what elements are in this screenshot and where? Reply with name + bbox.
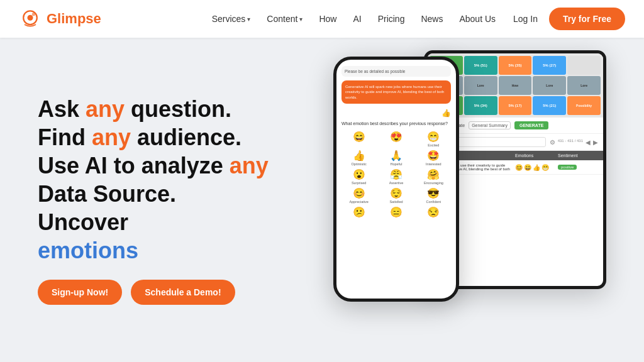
grid-cell: 5% (34) <box>464 96 497 115</box>
tablet-action-icons: ⚙ 431 - 431 / 431 ◀ ▶ <box>550 139 598 146</box>
hero-headline: Ask any question. Find any audience. Use… <box>38 95 302 265</box>
nav-how[interactable]: How <box>313 10 343 28</box>
chevron-icon: ▾ <box>299 16 303 23</box>
svg-point-1 <box>28 15 33 21</box>
grid-cell: 5% (51) <box>464 56 497 75</box>
phone-thumb-icon: 👍 <box>341 109 451 118</box>
hero-section: Ask any question. Find any audience. Use… <box>0 38 644 362</box>
hero-devices: Please be as detailed as possible Genera… <box>302 38 606 362</box>
emotion-dots: 😊 😄 👍 😁 <box>515 164 555 171</box>
nav-pricing[interactable]: Pricing <box>372 10 411 28</box>
next-icon[interactable]: ▶ <box>593 139 598 146</box>
demo-button[interactable]: Schedule a Demo! <box>131 280 235 305</box>
phone-ai-bubble: Generative AI will spark new jobs where … <box>341 80 451 104</box>
emoji-cell: 😎Confident <box>416 187 451 204</box>
emoji-cell: 🙏Hopeful <box>379 150 413 166</box>
nav-news[interactable]: News <box>414 10 449 28</box>
col-emotions: Emotions <box>515 153 555 158</box>
grid-cell-label: Lore <box>567 76 601 95</box>
headline-line4: Data Source. <box>38 180 302 208</box>
phone-screen: Please be as detailed as possible Genera… <box>336 60 456 299</box>
emoji-cell: 😑 <box>379 206 413 219</box>
emoji-cell: 😊Appreciative <box>341 187 376 204</box>
generate-button[interactable]: GENERATE <box>514 121 548 129</box>
grid-cell: Possibility <box>567 96 601 115</box>
chevron-icon: ▾ <box>247 16 250 23</box>
headline-line2: Find any audience. <box>38 123 302 151</box>
svg-point-2 <box>32 13 35 16</box>
sentiment-badge: positive <box>558 165 577 170</box>
grid-cell-label: Lore <box>464 76 497 95</box>
login-button[interactable]: Log In <box>506 10 545 28</box>
emoji-cell: 😁Excited <box>416 131 451 147</box>
settings-icon[interactable]: ⚙ <box>550 139 555 146</box>
brand-name: Glimpse <box>47 11 101 27</box>
emoji-cell: 😄 <box>341 131 376 147</box>
grid-cell <box>567 56 601 75</box>
hero-copy: Ask any question. Find any audience. Use… <box>38 95 302 305</box>
headline-line5: Uncover emotions <box>38 208 302 265</box>
sentiment-cell: positive <box>558 165 598 170</box>
emoji-cell: 👍Optimistic <box>341 150 376 166</box>
logo[interactable]: Glimpse <box>19 8 101 30</box>
emoji-cell: 🤩Interested <box>416 150 451 166</box>
hero-buttons: Sign-up Now! Schedule a Demo! <box>38 280 302 305</box>
pagination-info: 431 - 431 / 431 <box>558 139 583 146</box>
grid-cell-label: Lore <box>533 76 566 95</box>
grid-cell-label: How <box>499 76 532 95</box>
nav-content[interactable]: Content ▾ <box>260 10 309 28</box>
emoji-cell: 😮Surprised <box>341 168 376 185</box>
emoji-cell: 😕 <box>341 206 376 219</box>
nav-links: Services ▾ Content ▾ How AI Pricing News… <box>206 8 625 30</box>
grid-cell: 5% (27) <box>533 56 566 75</box>
signup-button[interactable]: Sign-up Now! <box>38 280 122 305</box>
emoji-cell: 😍 <box>379 131 413 147</box>
grid-cell: 5% (17) <box>499 96 532 115</box>
emoji-cell: 😌Satisfied <box>379 187 413 204</box>
try-free-button[interactable]: Try for Free <box>549 8 625 30</box>
emoji-cell: 😤Assertive <box>379 168 413 185</box>
phone-question: What emotion best describes your previou… <box>341 121 451 126</box>
headline-line1: Ask any question. <box>38 95 302 123</box>
grid-cell: 5% (35) <box>499 56 532 75</box>
logo-icon <box>19 8 42 30</box>
navbar: Glimpse Services ▾ Content ▾ How AI Pric… <box>0 0 644 38</box>
general-summary-select[interactable]: General Summary <box>469 121 511 129</box>
phone-prompt: Please be as detailed as possible <box>341 66 451 77</box>
nav-services[interactable]: Services ▾ <box>206 10 257 28</box>
headline-line3: Use AI to analyze any <box>38 151 302 180</box>
nav-ai[interactable]: AI <box>347 10 367 28</box>
emoji-cell: 🤗Encouraging <box>416 168 451 185</box>
prev-icon[interactable]: ◀ <box>586 139 591 146</box>
emoji-cell: 😒 <box>416 206 451 219</box>
phone-mockup: Please be as detailed as possible Genera… <box>333 57 459 302</box>
emoji-grid: 😄 😍 😁Excited 👍Optimistic 🙏Hopeful 🤩Inter… <box>341 131 451 219</box>
nav-about[interactable]: About Us <box>453 10 502 28</box>
col-sentiment: Sentiment <box>558 153 598 158</box>
grid-cell: 5% (21) <box>533 96 566 115</box>
